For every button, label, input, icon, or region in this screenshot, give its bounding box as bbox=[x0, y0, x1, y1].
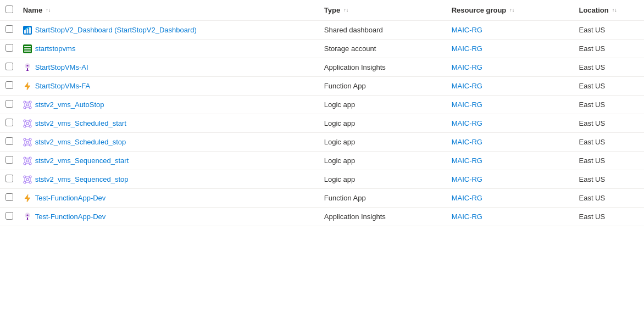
resource-group-link[interactable]: MAIC-RG bbox=[452, 82, 482, 90]
resource-group-link[interactable]: MAIC-RG bbox=[452, 213, 482, 221]
row-checkbox-2[interactable] bbox=[5, 63, 13, 70]
svg-point-52 bbox=[29, 157, 31, 159]
resource-name-cell: Test-FunctionApp-Dev bbox=[19, 208, 320, 226]
row-checkbox-8[interactable] bbox=[5, 175, 13, 182]
table-row: ststv2_vms_Sequenced_startLogic appMAIC-… bbox=[0, 152, 644, 170]
location-text: East US bbox=[579, 138, 605, 146]
resource-name-link[interactable]: ststv2_vms_Sequenced_start bbox=[23, 156, 315, 165]
svg-point-68 bbox=[26, 178, 29, 181]
appinsights-icon bbox=[23, 63, 32, 72]
svg-line-35 bbox=[28, 122, 29, 123]
svg-line-24 bbox=[28, 105, 29, 107]
svg-point-41 bbox=[29, 144, 31, 146]
svg-line-63 bbox=[28, 161, 29, 163]
location-cell: East US bbox=[574, 189, 644, 208]
svg-line-36 bbox=[26, 124, 27, 125]
resource-group-link[interactable]: MAIC-RG bbox=[452, 26, 482, 34]
svg-rect-1 bbox=[24, 30, 26, 33]
resource-group-link[interactable]: MAIC-RG bbox=[452, 175, 482, 183]
row-checkbox-10[interactable] bbox=[5, 212, 13, 220]
row-checkbox-5[interactable] bbox=[5, 119, 13, 126]
resource-group-link[interactable]: MAIC-RG bbox=[452, 138, 482, 146]
row-checkbox-4[interactable] bbox=[5, 100, 13, 108]
row-checkbox-cell bbox=[0, 170, 19, 189]
svg-point-65 bbox=[29, 176, 31, 178]
select-all-checkbox[interactable] bbox=[5, 5, 13, 13]
svg-rect-80 bbox=[26, 220, 29, 220]
location-text: East US bbox=[579, 119, 605, 127]
svg-line-62 bbox=[26, 161, 27, 163]
rg-sort-icon[interactable]: ↑↓ bbox=[509, 8, 514, 13]
resource-group-link[interactable]: MAIC-RG bbox=[452, 194, 482, 202]
resource-type-text: Logic app bbox=[324, 156, 355, 165]
resource-name-link[interactable]: ststv2_vms_Sequenced_stop bbox=[23, 175, 315, 184]
resource-type-cell: Storage account bbox=[320, 40, 447, 58]
svg-point-64 bbox=[24, 176, 26, 178]
location-text: East US bbox=[579, 26, 605, 34]
table-row: ststv2_vms_Scheduled_stopLogic appMAIC-R… bbox=[0, 133, 644, 152]
resource-name-cell: StartStopV2_Dashboard (StartStopV2_Dashb… bbox=[19, 21, 320, 40]
row-checkbox-6[interactable] bbox=[5, 137, 13, 145]
table-row: Test-FunctionApp-DevApplication Insights… bbox=[0, 208, 644, 226]
resource-group-cell: MAIC-RG bbox=[447, 58, 575, 77]
resource-name-link[interactable]: ststv2_vms_Scheduled_stop bbox=[23, 138, 315, 147]
svg-line-48 bbox=[28, 141, 29, 142]
row-checkbox-1[interactable] bbox=[5, 44, 13, 52]
resource-group-link[interactable]: MAIC-RG bbox=[452, 100, 482, 109]
svg-rect-3 bbox=[29, 27, 31, 33]
resource-type-text: Storage account bbox=[324, 44, 376, 53]
resource-type-text: Shared dashboard bbox=[324, 26, 383, 34]
resource-group-link[interactable]: MAIC-RG bbox=[452, 44, 482, 53]
svg-line-50 bbox=[28, 143, 29, 144]
resource-name-link[interactable]: Test-FunctionApp-Dev bbox=[23, 213, 315, 221]
resource-name-text: ststv2_vms_Scheduled_start bbox=[35, 119, 126, 127]
name-sort-icon[interactable]: ↑↓ bbox=[46, 8, 51, 13]
svg-rect-9 bbox=[27, 68, 28, 70]
table-row: StartStopVMs-FAFunction AppMAIC-RGEast U… bbox=[0, 77, 644, 96]
select-all-header bbox=[0, 0, 19, 21]
row-checkbox-7[interactable] bbox=[5, 156, 13, 164]
location-sort-icon[interactable]: ↑↓ bbox=[612, 8, 617, 13]
resource-type-cell: Logic app bbox=[320, 170, 447, 189]
location-cell: East US bbox=[574, 152, 644, 170]
resource-name-cell: StartStopVMs-AI bbox=[19, 58, 320, 77]
functionapp-icon bbox=[23, 82, 32, 91]
location-cell: East US bbox=[574, 77, 644, 96]
row-checkbox-cell bbox=[0, 152, 19, 170]
svg-marker-77 bbox=[25, 194, 30, 202]
row-checkbox-0[interactable] bbox=[5, 25, 13, 33]
table-row: StartStopVMs-AIApplication InsightsMAIC-… bbox=[0, 58, 644, 77]
row-checkbox-cell bbox=[0, 96, 19, 114]
svg-marker-11 bbox=[25, 82, 30, 90]
resource-name-cell: ststv2_vms_Scheduled_start bbox=[19, 114, 320, 133]
resource-name-link[interactable]: startstopvms bbox=[23, 44, 315, 53]
resource-group-link[interactable]: MAIC-RG bbox=[452, 156, 482, 165]
svg-point-25 bbox=[24, 120, 26, 122]
location-column-header: Location ↑↓ bbox=[574, 0, 644, 21]
svg-rect-5 bbox=[24, 46, 31, 47]
resource-name-link[interactable]: StartStopVMs-FA bbox=[23, 82, 315, 91]
resource-type-text: Application Insights bbox=[324, 63, 386, 71]
row-checkbox-9[interactable] bbox=[5, 193, 13, 201]
row-checkbox-3[interactable] bbox=[5, 81, 13, 89]
functionapp-icon bbox=[23, 194, 32, 203]
resource-name-link[interactable]: ststv2_vms_AutoStop bbox=[23, 100, 315, 109]
resource-name-link[interactable]: StartStopV2_Dashboard (StartStopV2_Dashb… bbox=[23, 26, 315, 35]
type-sort-icon[interactable]: ↑↓ bbox=[343, 8, 348, 13]
resource-name-link[interactable]: StartStopVMs-AI bbox=[23, 63, 315, 72]
resource-group-link[interactable]: MAIC-RG bbox=[452, 119, 482, 127]
resource-name-cell: ststv2_vms_Sequenced_start bbox=[19, 152, 320, 170]
location-cell: East US bbox=[574, 170, 644, 189]
storage-icon bbox=[23, 44, 32, 53]
location-cell: East US bbox=[574, 40, 644, 58]
resource-group-link[interactable]: MAIC-RG bbox=[452, 63, 482, 71]
resource-name-text: ststv2_vms_Sequenced_stop bbox=[35, 175, 129, 183]
resource-name-text: StartStopV2_Dashboard (StartStopV2_Dashb… bbox=[35, 26, 197, 34]
location-cell: East US bbox=[574, 133, 644, 152]
resource-name-link[interactable]: Test-FunctionApp-Dev bbox=[23, 194, 315, 203]
name-header-label: Name bbox=[23, 6, 42, 14]
resource-type-cell: Application Insights bbox=[320, 58, 447, 77]
svg-line-22 bbox=[28, 103, 29, 104]
resource-type-text: Logic app bbox=[324, 138, 355, 146]
resource-name-link[interactable]: ststv2_vms_Scheduled_start bbox=[23, 119, 315, 128]
